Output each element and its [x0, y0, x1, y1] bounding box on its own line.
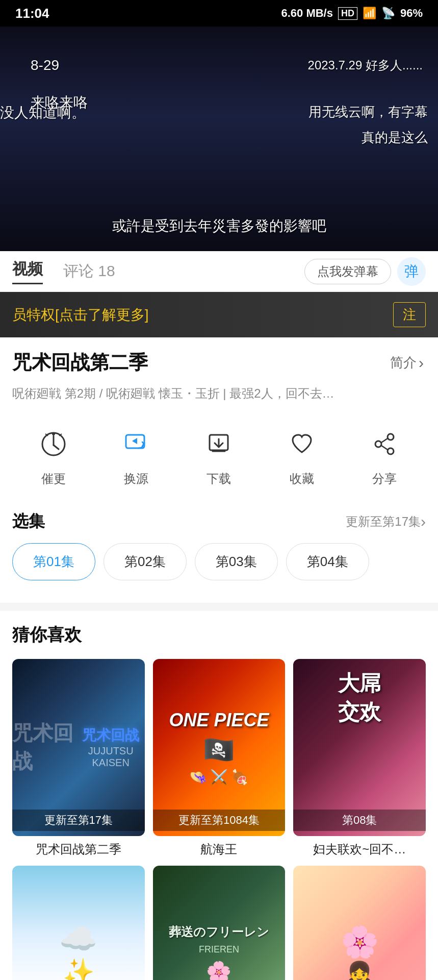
danmaku-4: 用无线云啊，有字幕: [308, 103, 428, 121]
chevron-right-icon2: ›: [421, 513, 426, 530]
recommend-title: 猜你喜欢: [12, 623, 426, 647]
episode-btn-3[interactable]: 第03集: [195, 543, 278, 580]
download-icon: [198, 424, 239, 464]
favorite-icon: [281, 424, 322, 464]
svg-line-2: [54, 445, 59, 449]
action-row: 催更 换源 下载: [12, 419, 426, 492]
action-switch-source[interactable]: 换源: [116, 424, 157, 487]
recommend-section: 猜你喜欢 咒术回战 JUJUTSU KAISEN 更新至第17集 咒术回战第二季…: [0, 611, 438, 980]
svg-point-11: [375, 441, 381, 447]
episode-btn-4[interactable]: 第04集: [286, 543, 369, 580]
member-banner[interactable]: 员特权[点击了解更多] 注: [0, 292, 438, 337]
episodes-title: 选集: [12, 510, 45, 533]
rec-bg-sky: ☁️ ✨: [12, 866, 145, 980]
rec-badge-jjk: 更新至第17集: [12, 810, 145, 831]
rec-thumb-adult: 大屌交欢 第08集: [293, 659, 426, 836]
rec-bg-frieren: 葬送のフリーレン FRIEREN 🌸: [153, 866, 286, 980]
update-info: 更新至第17集: [346, 513, 421, 530]
rec-thumb-frieren: 葬送のフリーレン FRIEREN 🌸: [153, 866, 286, 980]
tab-comment[interactable]: 评论 18: [63, 261, 115, 282]
title-row: 咒术回战第二季 简介 ›: [12, 350, 426, 376]
svg-point-10: [388, 434, 394, 440]
member-register-btn[interactable]: 注: [393, 302, 426, 327]
intro-label: 简介: [390, 354, 417, 372]
rec-item-sky[interactable]: ☁️ ✨: [12, 866, 145, 980]
danmaku-1: 8-29: [31, 57, 59, 74]
member-text: 员特权[点击了解更多]: [12, 305, 149, 325]
wifi-icon: 📶: [363, 7, 376, 20]
intro-link[interactable]: 简介 ›: [390, 354, 426, 372]
action-favorite[interactable]: 收藏: [281, 424, 322, 487]
anime-title: 咒术回战第二季: [12, 350, 148, 376]
danmaku-5: 真的是这么: [362, 129, 428, 146]
rec-badge-adult: 第08集: [293, 810, 426, 831]
svg-line-13: [381, 438, 388, 443]
danmaku-controls: 点我发弹幕 弹: [304, 257, 426, 286]
episode-btn-1[interactable]: 第01集: [12, 543, 95, 580]
battery-icon: 96%: [400, 7, 423, 20]
chevron-right-icon: ›: [419, 354, 424, 372]
rec-item-adult[interactable]: 大屌交欢 第08集 妇夫联欢~回不…: [293, 659, 426, 857]
episodes-header: 选集 更新至第17集 ›: [12, 510, 426, 533]
svg-point-3: [52, 432, 55, 435]
rec-name-op: 航海王: [153, 841, 286, 857]
video-player[interactable]: 8-29 2023.7.29 好多人...... 来咯来咯 用无线云啊，有字幕 …: [0, 27, 438, 251]
action-urge[interactable]: 催更: [33, 424, 74, 487]
rec-thumb-sky: ☁️ ✨: [12, 866, 145, 980]
status-time: 11:04: [15, 6, 49, 21]
update-link[interactable]: 更新至第17集 ›: [346, 513, 426, 530]
danmaku-toggle-icon: 弹: [404, 262, 419, 281]
action-share[interactable]: 分享: [364, 424, 405, 487]
svg-line-14: [381, 446, 388, 450]
episodes-row: 第01集 第02集 第03集 第04集: [12, 543, 426, 585]
rec-thumb-jjk: 咒术回战 JUJUTSU KAISEN 更新至第17集: [12, 659, 145, 836]
video-background: 8-29 2023.7.29 好多人...... 来咯来咯 用无线云啊，有字幕 …: [0, 27, 438, 251]
favorite-label: 收藏: [290, 471, 314, 487]
danmaku-toggle-btn[interactable]: 弹: [397, 257, 426, 286]
share-label: 分享: [372, 471, 397, 487]
svg-point-12: [388, 448, 394, 454]
download-label: 下载: [207, 471, 231, 487]
rec-item-op[interactable]: ONE PIECE 🏴‍☠️ 👒 ⚔️ 🍖 更新至第1084集 航海王: [153, 659, 286, 857]
rec-bg-girl: 🌸 👧: [293, 866, 426, 980]
rec-thumb-op: ONE PIECE 🏴‍☠️ 👒 ⚔️ 🍖 更新至第1084集: [153, 659, 286, 836]
switch-source-icon: [116, 424, 157, 464]
danmaku-2: 2023.7.29 好多人......: [308, 57, 423, 74]
subtitle: 或許是受到去年災害多發的影響吧: [0, 216, 438, 236]
switch-source-label: 换源: [124, 471, 148, 487]
danmaku-6: 没人知道啊。: [0, 103, 86, 122]
rec-thumb-girl: 🌸 👧: [293, 866, 426, 980]
tabs-row: 视频 评论 18 点我发弹幕 弹: [0, 251, 438, 292]
signal-icon: 📡: [381, 7, 395, 20]
share-icon: [364, 424, 405, 464]
content-area: 咒术回战第二季 简介 › 呪術廻戦 第2期 / 呪術廻戦 懐玉・玉折 | 最强2…: [0, 337, 438, 603]
rec-name-adult: 妇夫联欢~回不…: [293, 841, 426, 857]
urge-icon: [33, 424, 74, 464]
rec-item-frieren[interactable]: 葬送のフリーレン FRIEREN 🌸: [153, 866, 286, 980]
status-icons: 6.60 MB/s HD 📶 📡 96%: [281, 7, 423, 20]
series-info: 呪術廻戦 第2期 / 呪術廻戦 懐玉・玉折 | 最强2人，回不去…: [12, 384, 426, 403]
network-speed: 6.60 MB/s: [281, 7, 333, 20]
episode-btn-2[interactable]: 第02集: [104, 543, 187, 580]
rec-badge-op: 更新至第1084集: [153, 810, 286, 831]
urge-label: 催更: [41, 471, 66, 487]
status-bar: 11:04 6.60 MB/s HD 📶 📡 96%: [0, 0, 438, 27]
recommend-grid: 咒术回战 JUJUTSU KAISEN 更新至第17集 咒术回战第二季 ONE …: [12, 659, 426, 980]
rec-item-girl[interactable]: 🌸 👧: [293, 866, 426, 980]
danmaku-input-btn[interactable]: 点我发弹幕: [304, 259, 391, 284]
tab-video[interactable]: 视频: [12, 259, 43, 284]
action-download[interactable]: 下载: [198, 424, 239, 487]
hd-badge: HD: [338, 7, 357, 20]
rec-item-jjk[interactable]: 咒术回战 JUJUTSU KAISEN 更新至第17集 咒术回战第二季: [12, 659, 145, 857]
rec-name-jjk: 咒术回战第二季: [12, 841, 145, 857]
